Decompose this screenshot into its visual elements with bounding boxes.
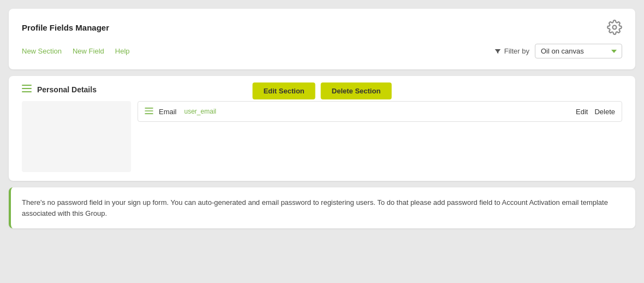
filter-select[interactable]: Oil on canvas All Watercolor Acrylic [535, 44, 622, 58]
field-tag: user_email [184, 108, 217, 115]
svg-rect-2 [22, 88, 32, 89]
svg-rect-3 [22, 91, 32, 92]
section-card: Personal Details Edit Section Delete Sec… [9, 76, 635, 181]
filter-icon [494, 48, 502, 55]
field-edit-link[interactable]: Edit [576, 108, 588, 116]
section-title: Personal Details [37, 85, 97, 94]
svg-rect-6 [145, 113, 153, 114]
svg-rect-5 [145, 110, 153, 111]
app-title: Profile Fields Manager [22, 23, 109, 32]
nav-bar: New Section New Field Help Filter by Oil… [22, 44, 622, 58]
filter-select-wrapper: Oil on canvas All Watercolor Acrylic [535, 44, 622, 58]
top-bar: Profile Fields Manager [22, 20, 622, 35]
svg-rect-4 [145, 108, 153, 109]
profile-fields-manager-card: Profile Fields Manager New Section New F… [9, 9, 635, 69]
gear-icon[interactable] [607, 20, 622, 35]
section-sidebar [22, 101, 131, 172]
new-section-link[interactable]: New Section [22, 47, 62, 55]
field-row: Email user_email Edit Delete [138, 101, 622, 122]
section-actions: Edit Section Delete Section [253, 82, 392, 99]
field-name: Email [159, 108, 177, 116]
field-delete-link[interactable]: Delete [594, 108, 615, 116]
edit-section-button[interactable]: Edit Section [253, 82, 315, 99]
filter-label: Filter by [494, 47, 529, 55]
nav-links: New Section New Field Help [22, 47, 130, 55]
fields-area: Email user_email Edit Delete [138, 101, 622, 172]
info-bar: There's no password field in your sign u… [9, 187, 635, 228]
delete-section-button[interactable]: Delete Section [321, 82, 392, 99]
section-content: Email user_email Edit Delete [22, 101, 622, 172]
info-message: There's no password field in your sign u… [22, 197, 624, 219]
svg-rect-1 [22, 85, 32, 86]
help-link[interactable]: Help [115, 47, 130, 55]
svg-point-0 [613, 26, 617, 30]
field-drag-handle-icon[interactable] [145, 107, 153, 116]
field-actions: Edit Delete [576, 108, 615, 116]
filter-area: Filter by Oil on canvas All Watercolor A… [494, 44, 622, 58]
section-drag-handle-icon[interactable] [22, 85, 32, 95]
new-field-link[interactable]: New Field [73, 47, 104, 55]
